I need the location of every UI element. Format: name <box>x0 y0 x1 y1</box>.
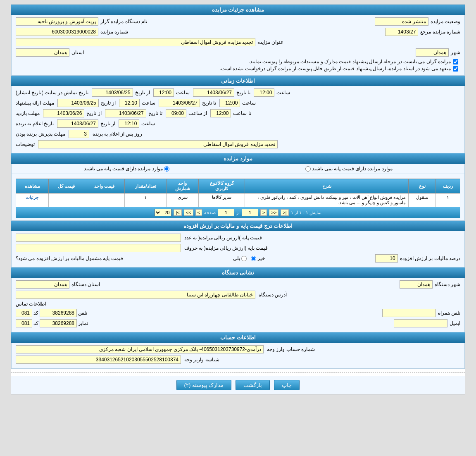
acceptance-days <box>69 130 89 138</box>
prev-btn[interactable]: < <box>260 209 267 216</box>
fax-label: نمابر <box>78 320 88 326</box>
org-label: نام دستگاه مزایده گزار <box>100 19 147 24</box>
device-province-input <box>16 280 69 289</box>
documents-button[interactable]: مدارک پیوسته (۲) <box>176 380 232 390</box>
display-to-date <box>193 88 234 97</box>
col-radif: ردیف <box>436 179 460 193</box>
radio2-label: موارد مزایده دارای قیمت پایه نمی باشند <box>312 166 393 172</box>
cell-price-total <box>49 193 84 207</box>
winner-time <box>119 119 139 128</box>
tax-yes-radio[interactable] <box>241 256 247 261</box>
col-price-unit: قیمت واحد <box>84 179 124 193</box>
radio1[interactable] <box>164 166 169 172</box>
tax-no-radio[interactable] <box>251 256 256 261</box>
page-input[interactable] <box>242 209 258 216</box>
next-page-btn[interactable]: >> <box>184 209 193 216</box>
last-page-btn[interactable]: >| <box>174 209 181 216</box>
checkbox-row-2: متعهد می شود در اسناد مزایده، ارسال پیشن… <box>16 66 460 72</box>
winner-label: تاریخ اعلام به برنده <box>16 121 54 127</box>
pagination-bar: نمایش ۱ - ۱ از ۱ |< << < از صفحه > >> >|… <box>16 207 460 218</box>
acceptance-label: مهلت پذیرش برنده بودن <box>16 131 65 137</box>
offer-to-date <box>159 99 200 107</box>
address-label: آدرس دستگاه <box>259 292 287 298</box>
radio1-label: موارد مزایده دارای قیمت پایه می باشند <box>84 166 163 172</box>
contact-label: اطلاعات تماس <box>16 301 46 307</box>
mobile-label: تلفن همراه <box>438 310 460 316</box>
price-text-input <box>16 244 181 252</box>
auction-num-input <box>16 28 98 36</box>
province-label: استان <box>71 50 84 55</box>
offer-to-time <box>219 99 240 107</box>
display-from-date <box>92 88 133 97</box>
display-to-time-label: ساعت <box>276 90 290 95</box>
cell-group: سایر کالاها <box>198 193 245 207</box>
col-sharh: شرح <box>245 179 409 193</box>
title-input <box>16 38 255 46</box>
visit-to-date <box>105 109 146 117</box>
device-city-label: شهر دستگاه <box>435 282 460 287</box>
back-button[interactable]: بازگشت <box>236 380 270 390</box>
total-pages <box>218 209 234 216</box>
description-label: توضیحات <box>16 141 35 147</box>
tax-percent-input <box>375 254 398 263</box>
cell-view[interactable]: جزئیات <box>16 193 49 207</box>
org-input <box>16 17 98 26</box>
col-price-total: قیمت کل <box>49 179 84 193</box>
col-noe: نوع <box>409 179 436 193</box>
auction-num-label: شماره مزایده <box>100 29 128 35</box>
col-tedad: تعداد/مقدار <box>124 179 166 193</box>
device-province-label: استان دستگاه <box>71 282 100 287</box>
email-label: ایمیل <box>450 320 460 326</box>
prev-page-btn[interactable]: << <box>269 209 278 216</box>
tax-no-label: خیر <box>257 255 265 261</box>
shaba-label: شناسه واریز وجه <box>184 357 219 363</box>
checkbox-2[interactable] <box>453 66 458 72</box>
cell-radif: ۱ <box>436 193 460 207</box>
price-text-label: قیمت پایه )ارزش ریالی مزایده( به حروف <box>184 245 268 251</box>
display-to-date-label: تا تاریخ <box>236 90 250 95</box>
display-from-date-label: از تاریخ <box>135 90 150 95</box>
visit-label: مهلت بازدید <box>16 110 40 116</box>
price-num-input <box>16 234 181 242</box>
cell-vahed: سری <box>167 193 199 207</box>
ref-num-label: شماره مزایده مرجع <box>420 29 460 35</box>
first-page-btn[interactable]: |< <box>281 209 288 216</box>
description-input <box>38 140 278 148</box>
tax-question: قیمت پایه مشمول مالیات بر ارزش افزوده می… <box>16 255 123 261</box>
visit-to-time <box>210 109 231 117</box>
checkbox-row-1: مزایده گران می بایست در مرحله ارسال پیشن… <box>16 59 460 64</box>
offer-from-time <box>119 99 140 107</box>
next-btn[interactable]: > <box>195 209 202 216</box>
phone-label: تلفن <box>78 310 87 316</box>
status-label: وضعیت مزایده <box>431 19 460 24</box>
display-label: تاریخ نمایش در سایت )تاریخ انتشار( <box>16 90 88 95</box>
page-label: صفحه <box>204 210 216 215</box>
checkbox-2-label: متعهد می شود در اسناد مزایده، ارسال پیشن… <box>220 66 451 72</box>
offer-label: مهلت ارائه پیشنهاد <box>16 100 54 106</box>
fax-num <box>40 319 77 327</box>
col-view: مشاهده <box>16 179 49 193</box>
checkbox-1[interactable] <box>453 59 458 64</box>
items-table: ردیف نوع شرح گروه کالا/نوعکاربری واحدشما… <box>16 179 460 207</box>
checkbox-1-label: مزایده گران می بایست در مرحله ارسال پیشن… <box>249 59 451 64</box>
ref-num-input <box>385 28 418 36</box>
city-input <box>416 48 449 57</box>
address-input <box>16 291 255 299</box>
fax-code <box>16 319 32 327</box>
device-city-input <box>400 280 433 289</box>
acceptance-suffix: روز پس از اعلام به برنده <box>93 131 142 137</box>
province-input <box>16 48 69 57</box>
display-from-time <box>153 88 174 97</box>
print-button[interactable]: چاپ <box>274 380 300 390</box>
display-to-time <box>254 88 274 97</box>
section-header-items: موارد مزایده <box>11 153 465 164</box>
section-header-main: مشاهده جزئیات مزایده <box>11 5 465 15</box>
radio2[interactable] <box>305 166 311 172</box>
per-page-select[interactable]: 20 50 100 <box>155 209 171 216</box>
account-label: شماره حساب وارز وجه <box>267 346 315 352</box>
offer-from-date <box>57 99 99 107</box>
account-input <box>16 345 264 353</box>
cell-price-unit <box>84 193 124 207</box>
section-header-bank: اطلاعات حساب <box>11 332 465 343</box>
winner-date <box>57 119 98 128</box>
